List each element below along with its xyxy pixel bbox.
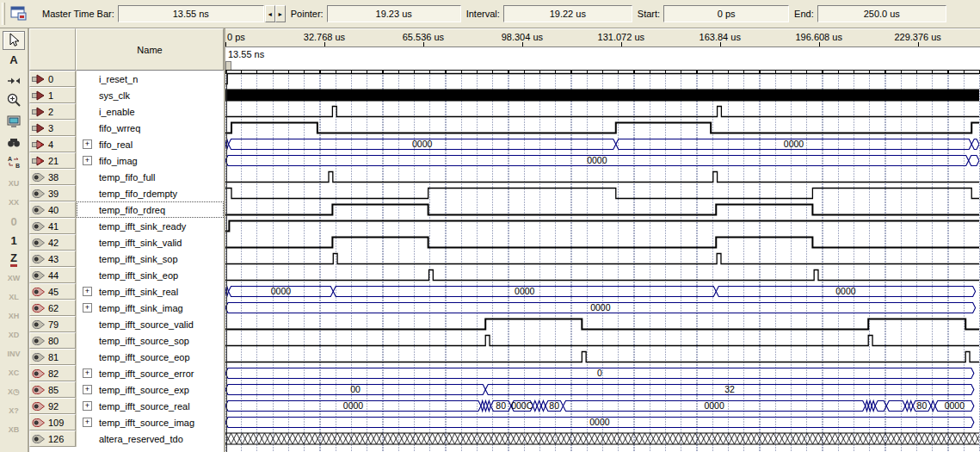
signal-id-cell[interactable]: 109 (29, 414, 76, 430)
signal-id-cell[interactable]: 92 (29, 398, 76, 414)
expand-icon[interactable]: + (83, 368, 92, 378)
dont-care-tool[interactable]: XD (3, 325, 25, 344)
clock-tool[interactable]: X◷ (3, 382, 25, 401)
master-time-cursor-line[interactable] (226, 71, 227, 452)
replace-tool[interactable]: AB (3, 152, 25, 171)
wave-row-i_reset_n[interactable] (225, 71, 980, 87)
weak-high-tool[interactable]: XH (3, 306, 25, 325)
signal-id-cell[interactable]: 21 (29, 152, 76, 169)
wave-row-temp_ifft_sink_ready[interactable] (225, 218, 980, 234)
master-time-bar-field[interactable]: 13.55 ns (118, 5, 264, 22)
wave-row-fifo_imag[interactable]: 0000 (225, 152, 980, 169)
signal-row-temp_ifft_sink_eop[interactable]: 44temp_ifft_sink_eop (29, 267, 224, 283)
signal-id-cell[interactable]: 43 (29, 251, 76, 267)
signal-row-temp_fifo_rdreq[interactable]: 40temp_fifo_rdreq (29, 201, 224, 218)
wave-row-temp_ifft_sink_valid[interactable] (225, 234, 980, 251)
wave-row-sys_clk[interactable] (225, 87, 980, 103)
signal-row-temp_ifft_source_valid[interactable]: 79temp_ifft_source_valid (29, 316, 224, 332)
wave-row-temp_ifft_sink_imag[interactable]: 0000 (225, 300, 980, 316)
wave-row-temp_ifft_sink_sop[interactable] (225, 251, 980, 267)
signal-name-cell[interactable]: fifo_wrreq (76, 120, 224, 136)
signal-name-cell[interactable]: altera_reserved_tdo (76, 430, 224, 447)
weak-low-tool[interactable]: XL (3, 288, 25, 306)
spin-left-button[interactable]: ◄ (265, 5, 275, 22)
wave-row-temp_ifft_source_exp[interactable]: 0032 (225, 381, 980, 398)
signal-row-fifo_imag[interactable]: 21+fifo_imag (29, 152, 224, 169)
wave-row-i_enable[interactable] (225, 103, 980, 120)
waveform-edit-tool[interactable] (3, 71, 25, 90)
wave-row-temp_ifft_sink_real[interactable]: 000000000000 (225, 283, 980, 300)
signal-id-cell[interactable]: 3 (29, 120, 76, 136)
signal-row-temp_ifft_sink_imag[interactable]: 62+temp_ifft_sink_imag (29, 300, 224, 316)
zoom-tool[interactable] (3, 90, 25, 109)
wave-row-temp_ifft_source_error[interactable]: 0 (225, 365, 980, 381)
signal-id-cell[interactable]: 62 (29, 300, 76, 316)
signal-id-cell[interactable]: 126 (29, 430, 76, 447)
selection-tool[interactable] (3, 31, 25, 50)
expand-icon[interactable]: + (83, 156, 92, 165)
signal-id-cell[interactable]: 1 (29, 87, 76, 103)
signal-row-temp_ifft_sink_sop[interactable]: 43temp_ifft_sink_sop (29, 251, 224, 267)
wave-row-temp_ifft_source_imag[interactable]: 0000 (225, 414, 980, 430)
signal-row-temp_ifft_source_error[interactable]: 82+temp_ifft_source_error (29, 365, 224, 381)
wave-row-temp_ifft_source_real[interactable]: 000080000C800000800000 (225, 398, 980, 414)
signal-row-temp_ifft_source_sop[interactable]: 80temp_ifft_source_sop (29, 332, 224, 349)
signal-name-cell[interactable]: +temp_ifft_sink_real (76, 283, 224, 300)
signal-name-cell[interactable]: temp_fifo_rdreq (76, 201, 224, 218)
full-screen-tool[interactable] (3, 112, 25, 131)
signal-name-cell[interactable]: temp_ifft_source_eop (76, 349, 224, 365)
signal-row-altera_reserved_tdo[interactable]: 126altera_reserved_tdo (29, 430, 224, 447)
signal-id-cell[interactable]: 40 (29, 201, 76, 218)
master-time-cursor-handle[interactable] (225, 61, 231, 70)
signal-id-cell[interactable]: 85 (29, 381, 76, 398)
signal-name-cell[interactable]: temp_fifo_full (76, 169, 224, 185)
wave-row-altera_reserved_tdo[interactable] (225, 430, 980, 447)
wave-row-temp_fifo_full[interactable] (225, 169, 980, 185)
signal-name-cell[interactable]: +temp_ifft_sink_imag (76, 300, 224, 316)
signal-row-temp_ifft_sink_real[interactable]: 45+temp_ifft_sink_real (29, 283, 224, 300)
text-tool[interactable]: A (3, 50, 25, 69)
wave-row-temp_ifft_source_sop[interactable] (225, 332, 980, 349)
signal-id-cell[interactable]: 81 (29, 349, 76, 365)
signal-row-fifo_real[interactable]: 4+fifo_real (29, 136, 224, 152)
expand-icon[interactable]: + (83, 303, 92, 313)
count-value-tool[interactable]: XC (3, 363, 25, 382)
waveform-window-button[interactable] (8, 3, 30, 25)
signal-id-cell[interactable]: 4 (29, 136, 76, 152)
expand-icon[interactable]: + (83, 139, 92, 149)
forcing-unknown-tool[interactable]: XX (3, 193, 25, 212)
signal-row-i_reset_n[interactable]: 0i_reset_n (29, 71, 224, 87)
signal-name-cell[interactable]: temp_fifo_rdempty (76, 185, 224, 201)
wave-row-temp_fifo_rdreq[interactable] (225, 201, 980, 218)
signal-id-cell[interactable]: 41 (29, 218, 76, 234)
signal-row-temp_ifft_sink_valid[interactable]: 42temp_ifft_sink_valid (29, 234, 224, 251)
signal-name-cell[interactable]: i_enable (76, 103, 224, 120)
expand-icon[interactable]: + (83, 418, 92, 427)
time-bar-strip[interactable]: 13.55 ns (225, 47, 980, 71)
force-high-tool[interactable]: 1 (3, 231, 25, 250)
signal-name-cell[interactable]: temp_ifft_sink_eop (76, 267, 224, 283)
signal-name-cell[interactable]: +temp_ifft_source_error (76, 365, 224, 381)
wave-row-temp_ifft_source_valid[interactable] (225, 316, 980, 332)
expand-icon[interactable]: + (83, 385, 92, 394)
expand-icon[interactable]: + (83, 287, 92, 296)
signal-id-cell[interactable]: 38 (29, 169, 76, 185)
signal-name-cell[interactable]: +fifo_real (76, 136, 224, 152)
start-field[interactable]: 0 ps (663, 5, 789, 22)
signal-row-temp_ifft_source_eop[interactable]: 81temp_ifft_source_eop (29, 349, 224, 365)
signal-name-cell[interactable]: +temp_ifft_source_exp (76, 381, 224, 398)
signal-name-cell[interactable]: temp_ifft_sink_ready (76, 218, 224, 234)
high-impedance-tool[interactable]: Z (3, 250, 25, 269)
find-tool[interactable] (3, 133, 25, 152)
uninitialized-tool[interactable]: XU (3, 174, 25, 193)
end-field[interactable]: 250.0 us (817, 5, 946, 22)
wave-row-fifo_wrreq[interactable] (225, 120, 980, 136)
invert-tool[interactable]: INV (3, 344, 25, 363)
signal-id-cell[interactable]: 2 (29, 103, 76, 120)
signal-row-temp_ifft_source_real[interactable]: 92+temp_ifft_source_real (29, 398, 224, 414)
signal-name-cell[interactable]: sys_clk (76, 87, 224, 103)
signal-id-cell[interactable]: 79 (29, 316, 76, 332)
wave-row-temp_fifo_rdempty[interactable] (225, 185, 980, 201)
signal-name-cell[interactable]: i_reset_n (76, 71, 224, 87)
signal-row-i_enable[interactable]: 2i_enable (29, 103, 224, 120)
